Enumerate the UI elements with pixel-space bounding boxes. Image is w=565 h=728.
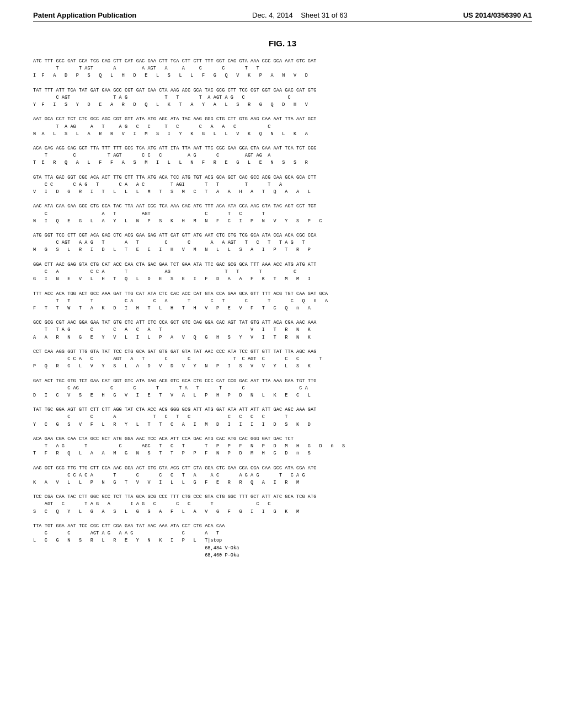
header-left: Patent Application Publication	[33, 11, 136, 19]
page: Patent Application Publication Dec. 4, 2…	[0, 0, 565, 728]
fig-title: FIG. 13	[33, 39, 532, 48]
page-header: Patent Application Publication Dec. 4, 2…	[33, 11, 532, 22]
sequence-content: ATC TTT GCC GAT CCA TCG CAG CTT CAT GAC …	[33, 58, 532, 559]
header-date: Dec. 4, 2014 Sheet 31 of 63	[252, 11, 348, 19]
header-right: US 2014/0356390 A1	[463, 11, 532, 19]
